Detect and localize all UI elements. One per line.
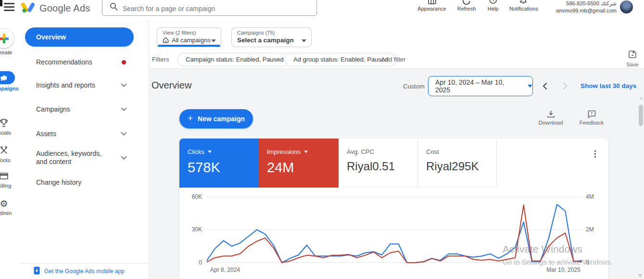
page-title: Overview [152,80,191,91]
chevron-down-icon [121,83,127,87]
account-email: amrmo99.mb@gmail.com [529,8,617,13]
sidebar-item-change-history[interactable]: Change history [25,174,134,190]
chevron-down-icon [121,132,127,136]
mobile-app-link[interactable]: Get the Google Ads mobile app [19,263,149,279]
campaign-selector-dropdown[interactable]: Campaigns (75) Select a campaign [231,27,312,47]
account-id: 586-820-5500 شركتك [529,0,617,6]
previous-period-button[interactable] [541,81,549,91]
next-period-button[interactable] [561,81,569,91]
chevron-down-icon [121,107,127,111]
google-ads-app: Google Ads Appearance [0,0,644,279]
window-corner [0,0,2,6]
right-axis-tick-2m: 2M [586,226,607,233]
left-axis-tick-60k: 60K [180,193,202,200]
scrollbar-up-arrow[interactable] [639,97,643,100]
left-axis-tick-30k: 30K [180,226,202,233]
feedback-button[interactable]: Feedback [577,110,606,126]
recommendations-badge-dot [122,60,126,64]
campaign-toolbar: View (2 filters) All campaigns Campaigns… [149,19,644,69]
scrollbar-down-arrow[interactable] [638,274,643,278]
rail-item-admin[interactable]: ⚙ Admin [0,198,19,216]
filter-chip-campaign-status[interactable]: Campaign status: Enabled, Paused [177,53,292,66]
overview-panel: Clicks 578K Impressions 24M Avg. CPC Riy… [179,139,608,279]
google-ads-logo-icon [21,1,35,15]
rail-item-campaigns[interactable]: Campaigns [0,71,19,91]
scorecard-avg-cpc[interactable]: Avg. CPC Riyal0.51 [339,139,418,188]
overview-chart [207,197,582,267]
kebab-menu-icon[interactable] [593,149,597,159]
rail-item-billing[interactable]: Billing [0,171,19,189]
chevron-down-icon [304,151,308,153]
appearance-button[interactable]: Appearance [417,0,446,12]
chevron-down-icon [528,85,532,88]
navigation-rail: Create Campaigns Goals [0,19,19,279]
save-floppy-icon [622,50,643,61]
search-input[interactable] [123,5,296,13]
save-button[interactable]: Save [622,50,643,67]
sidebar-item-campaigns[interactable]: Campaigns [25,101,134,117]
sidebar-item-insights-and-reports[interactable]: Insights and reports [25,77,134,93]
avatar[interactable] [620,0,633,13]
right-axis-tick-0: 0 [586,259,607,266]
campaigns-megaphone-icon [0,71,15,84]
chevron-down-icon [302,39,306,42]
show-last-30-days-link[interactable]: Show last 30 days [581,82,636,89]
sidebar-item-audiences-keywords-content[interactable]: Audiences, keywords, and content [25,147,134,169]
x-axis-start-label: Apr 8, 2024 [210,266,240,273]
help-icon: ? [488,0,499,5]
rail-item-goals[interactable]: Goals [0,118,19,136]
account-info[interactable]: 586-820-5500 شركتك amrmo99.mb@gmail.com [529,0,617,13]
sidebar-item-assets[interactable]: Assets [25,126,134,142]
mobile-phone-icon [34,266,40,277]
rail-item-create[interactable]: Create [0,29,19,55]
active-view-underline [158,45,220,47]
svg-text:?: ? [492,0,494,3]
chevron-down-icon [211,39,216,42]
avg-cpc-value: Riyal0.51 [347,160,417,173]
sidebar-item-overview[interactable]: Overview [25,27,134,47]
top-bar: Google Ads Appearance [0,0,644,19]
rail-item-tools[interactable]: Tools [0,145,19,163]
sidebar-item-recommendations[interactable]: Recommendations [25,54,134,70]
right-axis-tick-4m: 4M [586,193,607,200]
goals-trophy-icon [0,118,19,128]
appearance-icon [417,0,446,5]
filters-label: Filters [152,56,169,63]
chevron-down-icon [121,156,127,160]
new-campaign-button[interactable]: + New campaign [179,109,253,128]
global-search[interactable] [102,0,317,16]
create-plus-icon [0,29,13,48]
tools-icon [0,145,19,156]
scorecards-filler [497,139,608,188]
feedback-icon [577,110,606,118]
refresh-icon [457,0,476,5]
view-selector-dropdown[interactable]: View (2 filters) All campaigns [157,27,221,47]
search-icon [110,2,118,13]
billing-card-icon [0,171,19,181]
scorecard-clicks[interactable]: Clicks 578K [179,139,259,188]
sidebar-nav: Overview Recommendations Insights and re… [19,19,149,279]
series-clicks [207,204,582,263]
refresh-button[interactable]: Refresh [457,0,476,12]
filter-chip-ad-group-status[interactable]: Ad group status: Enabled, Paused [285,53,397,66]
admin-gear-icon: ⚙ [0,198,19,209]
scorecards-row: Clicks 578K Impressions 24M Avg. CPC Riy… [179,139,608,188]
scorecard-impressions[interactable]: Impressions 24M [259,139,339,188]
cost-value: Riyal295K [426,160,496,173]
menu-hamburger-icon[interactable] [4,3,14,13]
left-axis-tick-0: 0 [180,259,202,266]
date-range-picker[interactable]: Apr 10, 2024 – Mar 10, 2025 [428,76,533,96]
download-button[interactable]: Download [536,110,565,126]
date-mode-label: Custom [403,83,425,90]
brand-name: Google Ads [39,3,90,14]
add-filter-button[interactable]: Add filter [381,56,405,63]
scorecard-cost[interactable]: Cost Riyal295K [418,139,497,188]
x-axis-end-label: Mar 10, 2025 [546,266,581,273]
plus-icon: + [188,113,193,124]
campaign-home-icon [163,37,169,43]
google-ads-logo[interactable]: Google Ads [21,1,90,15]
chevron-down-icon [208,151,212,153]
impressions-value: 24M [267,160,339,176]
scrollbar-thumb[interactable] [639,105,643,126]
help-button[interactable]: ? Help [488,0,499,12]
